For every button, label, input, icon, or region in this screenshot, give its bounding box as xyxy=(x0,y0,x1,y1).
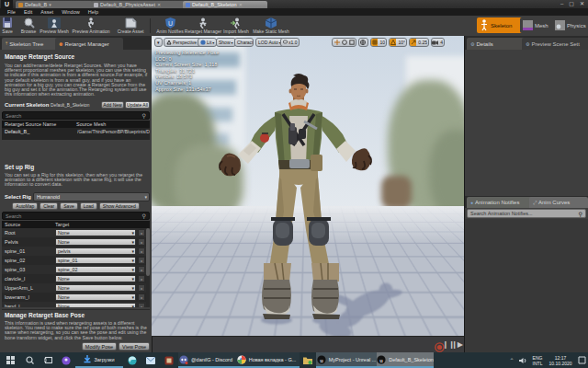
create-asset-button[interactable]: Create Asset xyxy=(117,17,144,34)
menu-file[interactable]: File xyxy=(7,9,16,15)
perspective-button[interactable]: Perspective▾ xyxy=(164,38,202,47)
rig-row-root[interactable]: Root None▾ x xyxy=(2,228,147,237)
bone-picker-button[interactable]: x xyxy=(138,284,145,292)
preview-animation-button[interactable]: Preview Animation xyxy=(72,17,110,34)
target-dropdown[interactable]: spine_01▾ xyxy=(55,257,136,264)
show-advanced-button[interactable]: Show Advanced xyxy=(99,202,140,210)
asset-tab-default-b[interactable]: Default_B ▾ xyxy=(16,1,93,8)
add-new-button[interactable]: Add New xyxy=(101,101,124,109)
target-dropdown[interactable]: None▾ xyxy=(55,284,136,292)
target-dropdown[interactable]: None▾ xyxy=(55,238,136,246)
menu-edit[interactable]: Edit xyxy=(24,9,32,15)
scale-icon[interactable] xyxy=(349,40,355,46)
bone-picker-button[interactable]: x xyxy=(138,247,145,255)
update-all-button[interactable]: Update All xyxy=(125,101,150,109)
translate-icon[interactable] xyxy=(334,40,340,46)
browse-button[interactable]: Browse xyxy=(21,17,36,34)
viewport[interactable]: ▾ Perspective▾ Lit▾ Show▾ Character▾ LOD… xyxy=(152,36,464,336)
playback-speed-button[interactable]: x1.0 xyxy=(280,38,300,47)
rig-row-pelvis[interactable]: Pelvis None▾ x xyxy=(2,237,147,247)
rig-row-spine02[interactable]: spine_02 spine_01▾ x xyxy=(2,256,147,265)
tab-caret-icon[interactable]: ▾ xyxy=(49,2,51,7)
rotate-icon[interactable] xyxy=(342,40,347,46)
rig-row-spine01[interactable]: spine_01 pelvis▾ x xyxy=(2,247,147,256)
lit-button[interactable]: Lit▾ xyxy=(198,38,217,47)
volume-icon[interactable] xyxy=(517,352,529,368)
asset-tab-physicsasset[interactable]: Default_B_PhysicsAsset ✕ xyxy=(91,1,185,8)
rig-row-lowerarm-l[interactable]: lowerarm_l None▾ x xyxy=(2,293,147,302)
viewport-options-button[interactable]: ▾ xyxy=(154,38,163,47)
bone-picker-button[interactable]: x xyxy=(138,266,145,273)
make-static-mesh-button[interactable]: Make Static Mesh xyxy=(253,17,289,34)
clear-button[interactable]: Clear xyxy=(40,202,58,210)
rig-row-hand-l[interactable]: hand_l None▾ x xyxy=(2,302,147,307)
save-button[interactable]: Save xyxy=(0,17,15,34)
bone-picker-button[interactable]: x xyxy=(138,303,145,307)
rig-row-spine03[interactable]: spine_03 spine_02▾ x xyxy=(2,265,147,274)
scale-snap-group[interactable]: 0.25 xyxy=(409,38,429,47)
bone-picker-button[interactable]: x xyxy=(138,293,145,301)
character-button[interactable]: Character▾ xyxy=(234,38,254,47)
tab-retarget-manager[interactable]: ⚈ Retarget Manager xyxy=(55,38,123,51)
discord-taskbar-button[interactable]: @danilG - Discord xyxy=(178,352,233,368)
rig-row-clavicle-l[interactable]: clavicle_l None▾ x xyxy=(2,274,147,283)
step-forward-button[interactable]: ❙▶ xyxy=(451,339,463,350)
tab-details[interactable]: ⚙ Details xyxy=(467,38,527,50)
app-icon-red[interactable] xyxy=(160,352,178,368)
character-preview[interactable] xyxy=(216,74,379,324)
show-button[interactable]: Show▾ xyxy=(216,38,236,47)
tab-anim-curves[interactable]: ⤢ Anim Curves xyxy=(529,197,588,208)
mode-mesh-button[interactable]: Mesh xyxy=(520,17,555,33)
grid-snap-group[interactable]: 10 xyxy=(370,38,387,47)
rotation-snap-group[interactable]: 10° xyxy=(389,38,407,47)
source-table-row[interactable]: Default_B_ /Game/ThirdPersonBP/Blueprint… xyxy=(2,128,150,140)
tab-preview-scene-settings[interactable]: ⚙ Preview Scene Sett xyxy=(522,38,588,50)
rig-table-scrollbar[interactable] xyxy=(146,228,150,307)
rig-row-upperarm-l[interactable]: UpperArm_L None▾ x xyxy=(2,283,147,293)
bone-picker-button[interactable]: x xyxy=(138,238,145,246)
close-button[interactable]: ✕ xyxy=(580,1,584,7)
bone-picker-button[interactable]: x xyxy=(138,257,145,264)
target-dropdown[interactable]: pelvis▾ xyxy=(55,247,136,255)
target-dropdown[interactable]: None▾ xyxy=(55,293,136,301)
rig-table-search-input[interactable]: Search ⚲ xyxy=(2,212,150,220)
preview-mesh-button[interactable]: Preview Mesh xyxy=(40,17,68,34)
save-rig-button[interactable]: Save xyxy=(60,202,77,210)
animation-notifies-search-input[interactable]: Search Animation Notifies... ⚲ xyxy=(467,209,586,218)
bone-picker-button[interactable]: x xyxy=(138,229,145,236)
tab-skeleton-tree[interactable]: ⤒ Skeleton Tree xyxy=(2,38,61,50)
app-icon-purple[interactable] xyxy=(57,352,75,368)
tab-animation-notifies[interactable]: ● Animation Notifies xyxy=(467,197,535,208)
chrome-taskbar-button[interactable]: Новая вкладка - G... xyxy=(233,352,300,368)
taskbar-search-button[interactable] xyxy=(20,352,39,368)
edge-taskbar-button[interactable] xyxy=(123,352,141,368)
tray-expand-icon[interactable]: ⌃ xyxy=(506,352,517,368)
notification-center-icon[interactable] xyxy=(575,352,588,368)
downloads-taskbar-button[interactable]: Загрузки xyxy=(75,352,123,368)
retarget-manager-button[interactable]: Retarget Manager xyxy=(183,17,223,34)
asset-tab-skeleton[interactable]: Default_B_Skeleton ✕ xyxy=(183,1,267,8)
maximize-button[interactable]: ▢ xyxy=(569,1,574,7)
view-pose-button[interactable]: View Pose xyxy=(119,342,150,351)
ue-skeleton-taskbar-button[interactable]: u Default_B_Skeleton xyxy=(377,352,434,368)
target-dropdown[interactable]: None▾ xyxy=(55,275,136,282)
ue-myproject-taskbar-button[interactable]: u MyProject - Unreal ... xyxy=(316,352,377,368)
load-button[interactable]: Load xyxy=(80,202,97,210)
mail-taskbar-button[interactable] xyxy=(141,352,160,368)
task-view-button[interactable] xyxy=(39,352,57,368)
menu-asset[interactable]: Asset xyxy=(40,9,53,15)
modify-pose-button[interactable]: Modify Pose xyxy=(82,342,117,351)
tab-close-icon[interactable]: ✕ xyxy=(239,2,243,7)
start-button[interactable] xyxy=(0,352,20,368)
minimize-button[interactable]: – xyxy=(560,1,563,7)
clock[interactable]: 12:17 10.10.2020 xyxy=(546,352,575,368)
retarget-source-search-input[interactable]: Search ⚲ xyxy=(2,111,150,120)
mode-skeleton-button[interactable]: Skeleton xyxy=(477,17,523,33)
menu-help[interactable]: Help xyxy=(88,9,98,15)
tab-close-icon[interactable]: ✕ xyxy=(157,2,161,7)
import-mesh-button[interactable]: Import Mesh xyxy=(223,17,249,34)
menu-window[interactable]: Window xyxy=(62,9,80,15)
select-rig-dropdown[interactable]: Humanoid ▾ xyxy=(33,192,150,201)
camera-speed-group[interactable]: 4 xyxy=(431,38,445,47)
target-dropdown[interactable]: None▾ xyxy=(55,229,136,236)
